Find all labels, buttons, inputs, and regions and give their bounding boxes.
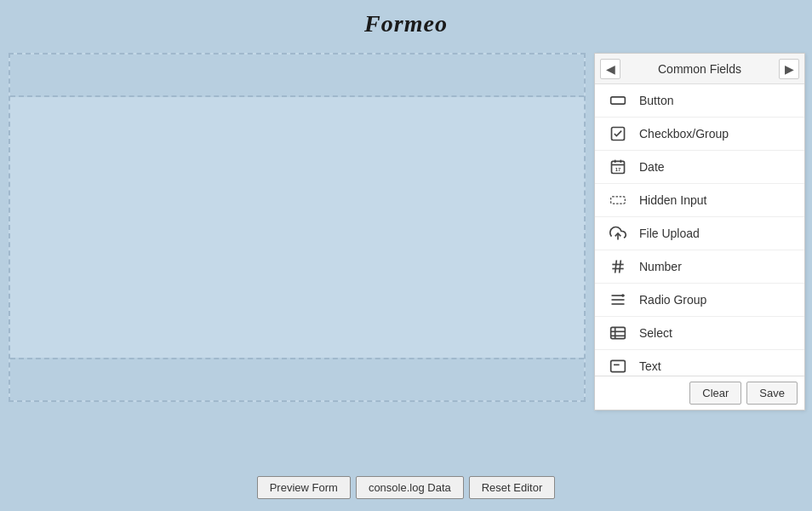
number-icon	[607, 258, 629, 275]
sidebar-next-arrow[interactable]: ▶	[779, 59, 799, 79]
bottom-bar: Preview Form console.log Data Reset Edit…	[0, 476, 812, 499]
reset-editor-button[interactable]: Reset Editor	[469, 476, 556, 499]
upload-label: File Upload	[639, 227, 700, 240]
save-button[interactable]: Save	[746, 382, 798, 405]
sidebar-item-upload[interactable]: File Upload	[595, 217, 804, 250]
radio-label: Radio Group	[639, 293, 706, 307]
sidebar-item-radio[interactable]: Radio Group	[595, 284, 804, 317]
sidebar-item-hidden[interactable]: Hidden Input	[595, 184, 804, 217]
hidden-icon	[607, 192, 629, 209]
sidebar-item-checkbox[interactable]: Checkbox/Group	[595, 118, 804, 151]
svg-rect-7	[611, 197, 626, 204]
sidebar-list: Button Checkbox/Group	[595, 84, 804, 376]
date-label: Date	[639, 160, 665, 174]
drop-zone-bottom[interactable]	[10, 358, 584, 400]
hidden-label: Hidden Input	[639, 193, 706, 207]
sidebar-item-text[interactable]: Text	[595, 350, 804, 376]
checkbox-icon	[607, 125, 629, 142]
sidebar-item-number[interactable]: Number	[595, 250, 804, 284]
svg-line-12	[620, 261, 621, 273]
main-area: ◀ Common Fields ▶ Button	[0, 44, 812, 462]
text-icon	[607, 358, 629, 375]
form-canvas[interactable]	[9, 53, 586, 402]
sidebar-footer: Clear Save	[595, 376, 804, 410]
svg-line-11	[615, 261, 617, 273]
date-icon: 17	[607, 158, 629, 175]
sidebar-item-button[interactable]: Button	[595, 84, 804, 118]
svg-rect-17	[611, 327, 626, 338]
svg-rect-21	[611, 360, 626, 371]
select-label: Select	[639, 326, 672, 340]
svg-point-16	[621, 294, 624, 296]
sidebar-header: ◀ Common Fields ▶	[595, 54, 804, 84]
console-log-button[interactable]: console.log Data	[356, 476, 464, 499]
fields-sidebar: ◀ Common Fields ▶ Button	[594, 53, 805, 411]
sidebar-item-select[interactable]: Select	[595, 317, 804, 350]
button-label: Button	[639, 94, 673, 107]
app-logo: Formeo	[364, 10, 448, 37]
sidebar-prev-arrow[interactable]: ◀	[600, 59, 620, 79]
sidebar-item-date[interactable]: 17 Date	[595, 151, 804, 184]
header: Formeo	[0, 0, 812, 44]
upload-icon	[607, 225, 629, 242]
clear-button[interactable]: Clear	[689, 382, 741, 405]
select-icon	[607, 324, 629, 342]
text-label: Text	[639, 359, 661, 373]
preview-form-button[interactable]: Preview Form	[257, 476, 351, 499]
svg-rect-0	[611, 97, 626, 104]
number-label: Number	[639, 260, 682, 273]
canvas-area	[0, 44, 594, 462]
button-icon	[607, 92, 629, 109]
sidebar-title: Common Fields	[620, 62, 779, 76]
svg-text:17: 17	[615, 167, 620, 172]
drop-zone-top[interactable]	[10, 55, 584, 97]
radio-icon	[607, 291, 629, 308]
checkbox-label: Checkbox/Group	[639, 127, 729, 141]
